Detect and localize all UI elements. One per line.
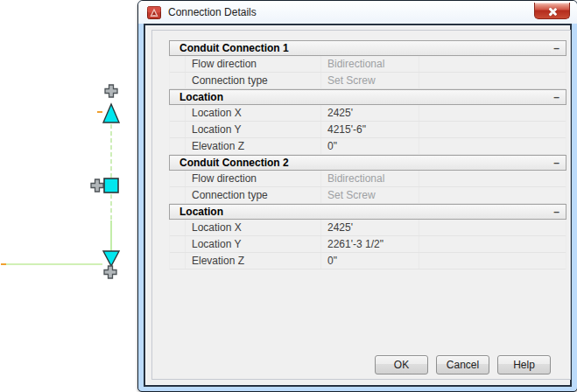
row-gutter: [170, 220, 186, 235]
property-row: Elevation Z0": [170, 138, 566, 155]
row-label: Location Y: [186, 122, 321, 137]
row-filler: [419, 73, 566, 88]
section-title: Conduit Connection 2: [179, 157, 289, 169]
row-filler: [419, 138, 566, 154]
autocad-canvas: Connection Details Conduit Connection 1–…: [0, 0, 577, 392]
section-title: Location: [179, 91, 223, 103]
row-label: Connection type: [186, 187, 321, 203]
row-value[interactable]: 2425': [321, 220, 419, 235]
row-gutter: [170, 138, 186, 154]
dialog-content: Conduit Connection 1–Flow directionBidir…: [144, 24, 572, 387]
crosshair-grip-icon[interactable]: [104, 266, 116, 278]
row-filler: [419, 236, 566, 252]
row-label: Elevation Z: [186, 253, 321, 269]
row-label: Elevation Z: [186, 138, 321, 154]
section-rows: Flow directionBidirectionalConnection ty…: [169, 171, 566, 204]
row-filler: [419, 220, 566, 235]
row-value[interactable]: 4215'-6": [321, 122, 419, 137]
row-label: Location Y: [186, 236, 321, 252]
row-label: Flow direction: [186, 171, 321, 186]
row-filler: [419, 187, 566, 203]
row-value[interactable]: 0": [321, 253, 419, 269]
property-row: Location Y2261'-3 1/2": [170, 236, 566, 253]
row-gutter: [170, 56, 186, 72]
row-filler: [419, 171, 566, 186]
row-gutter: [170, 122, 186, 137]
section-header[interactable]: Conduit Connection 2–: [169, 155, 566, 171]
section-header[interactable]: Conduit Connection 1–: [169, 40, 566, 56]
row-filler: [419, 56, 566, 72]
row-label: Location X: [186, 220, 321, 235]
connection-node-square[interactable]: [104, 178, 118, 192]
autocad-app-icon: [147, 6, 161, 19]
connection-details-dialog: Connection Details Conduit Connection 1–…: [137, 0, 577, 392]
section-title: Conduit Connection 1: [179, 42, 289, 54]
section-header[interactable]: Location–: [169, 89, 566, 105]
property-row: Connection typeSet Screw: [170, 187, 566, 204]
property-row: Location X2425': [170, 220, 566, 236]
row-value[interactable]: 2425': [321, 105, 419, 121]
row-value: Set Screw: [321, 73, 419, 88]
collapse-button[interactable]: –: [553, 91, 559, 103]
property-grid: Conduit Connection 1–Flow directionBidir…: [169, 40, 566, 270]
crosshair-grip-icon[interactable]: [91, 179, 103, 192]
row-filler: [419, 122, 566, 137]
connection-grip-triangle-down[interactable]: [103, 251, 119, 266]
property-row: Flow directionBidirectional: [170, 56, 566, 73]
row-gutter: [170, 171, 186, 186]
row-gutter: [170, 105, 186, 121]
cancel-button[interactable]: Cancel: [436, 355, 489, 374]
property-row: Location X2425': [170, 105, 566, 122]
property-row: Elevation Z0": [170, 253, 566, 270]
close-icon: [547, 7, 557, 17]
row-value[interactable]: 0": [321, 138, 419, 154]
section-header[interactable]: Location–: [169, 204, 566, 220]
row-label: Location X: [186, 105, 321, 121]
property-row: Connection typeSet Screw: [170, 73, 566, 89]
row-filler: [419, 253, 566, 269]
property-row: Location Y4215'-6": [170, 122, 566, 138]
row-value: Bidirectional: [321, 56, 419, 72]
crosshair-grip-icon[interactable]: [105, 85, 117, 97]
row-filler: [419, 105, 566, 121]
section-rows: Flow directionBidirectionalConnection ty…: [169, 56, 566, 89]
row-gutter: [170, 73, 186, 88]
section-rows: Location X2425'Location Y4215'-6"Elevati…: [169, 105, 566, 155]
collapse-button[interactable]: –: [553, 157, 559, 169]
row-label: Connection type: [186, 73, 321, 88]
property-row: Flow directionBidirectional: [170, 171, 566, 187]
connection-grip-triangle-up[interactable]: [103, 104, 119, 122]
help-button[interactable]: Help: [497, 355, 551, 374]
dialog-titlebar[interactable]: Connection Details: [138, 1, 577, 24]
collapse-button[interactable]: –: [553, 42, 559, 54]
ok-button[interactable]: OK: [375, 355, 428, 374]
dialog-title: Connection Details: [168, 6, 257, 18]
row-gutter: [170, 253, 186, 269]
collapse-button[interactable]: –: [553, 206, 559, 218]
close-button[interactable]: [534, 3, 570, 19]
row-label: Flow direction: [186, 56, 321, 72]
row-gutter: [170, 187, 186, 203]
section-title: Location: [179, 206, 223, 218]
row-value: Set Screw: [321, 187, 419, 203]
section-rows: Location X2425'Location Y2261'-3 1/2"Ele…: [169, 220, 566, 270]
row-gutter: [170, 236, 186, 252]
row-value: Bidirectional: [321, 171, 419, 186]
row-value[interactable]: 2261'-3 1/2": [321, 236, 419, 252]
